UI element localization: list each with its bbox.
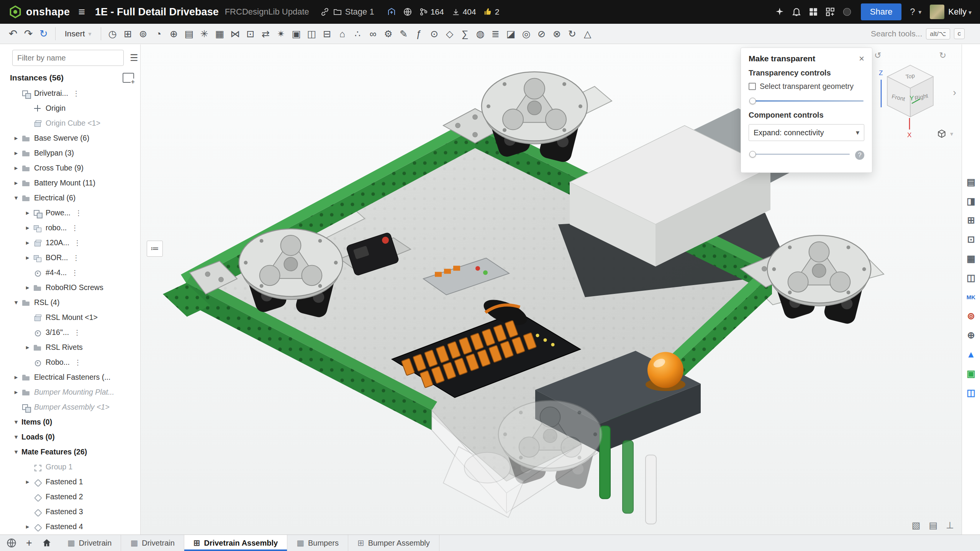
home-tab-button[interactable]: [39, 535, 54, 551]
tree-item[interactable]: #4-4...: [0, 265, 140, 280]
status-circle-icon[interactable]: [842, 7, 852, 17]
ai-assistant-icon[interactable]: [775, 7, 785, 17]
units-icon[interactable]: ⊥: [946, 520, 954, 531]
tree-item[interactable]: Electrical Fasteners (...: [0, 370, 140, 385]
app-blue-icon[interactable]: ▲: [964, 347, 978, 362]
chevron-icon[interactable]: [11, 298, 21, 307]
belt-icon[interactable]: ∞: [365, 26, 381, 42]
motion-icon[interactable]: ↻: [565, 26, 580, 42]
tab-bumper-assembly[interactable]: ⊞ Bumper Assembly: [348, 535, 439, 551]
tree-item[interactable]: Robo...: [0, 355, 140, 370]
list-view-icon[interactable]: ☰: [128, 52, 141, 64]
chevron-icon[interactable]: [11, 388, 21, 396]
slider-knob[interactable]: [749, 98, 756, 104]
bom-icon[interactable]: ≣: [488, 26, 503, 42]
linear-pattern-icon[interactable]: ▤: [182, 26, 197, 42]
chevron-icon[interactable]: [22, 209, 33, 217]
transform-icon[interactable]: ⇄: [258, 26, 274, 42]
expand-mode-dropdown[interactable]: Expand: connectivity: [749, 124, 864, 141]
mkcad-app-icon[interactable]: MK: [964, 290, 978, 304]
tree-item[interactable]: Electrical (6): [0, 190, 140, 205]
undo-button[interactable]: ↶: [5, 26, 21, 42]
app-color-icon[interactable]: ⊚: [964, 309, 978, 323]
mate-relation-icon[interactable]: ⊚: [136, 26, 151, 42]
appearance-icon[interactable]: ◍: [473, 26, 488, 42]
isolate-icon[interactable]: ◎: [519, 26, 534, 42]
update-references-button[interactable]: ↻: [36, 26, 51, 42]
panel-sheet-icon[interactable]: ▦: [964, 251, 978, 266]
tree-item[interactable]: Group 1: [0, 459, 140, 474]
tree-item[interactable]: Battery Mount (11): [0, 175, 140, 190]
chevron-icon[interactable]: [11, 373, 21, 381]
close-icon[interactable]: ×: [859, 54, 864, 63]
chevron-icon[interactable]: [11, 164, 21, 172]
tree-item[interactable]: Powe...: [0, 205, 140, 220]
filter-input[interactable]: [12, 50, 124, 66]
snapshot-icon[interactable]: ◔: [151, 26, 166, 42]
tab-drivetrain-2[interactable]: ▦ Drivetrain: [121, 535, 184, 551]
tree-item[interactable]: 120A...: [0, 235, 140, 250]
help-icon[interactable]: ?: [855, 151, 864, 160]
named-positions-icon[interactable]: ▣: [289, 26, 304, 42]
rotate-ccw-icon[interactable]: ↺: [874, 51, 881, 61]
insert-button[interactable]: Insert: [59, 26, 97, 42]
hole-icon[interactable]: ⊙: [427, 26, 442, 42]
chevron-icon[interactable]: [22, 239, 33, 247]
mate-icon[interactable]: ◷: [105, 26, 120, 42]
view-cube[interactable]: ↺ ↻ ‹ › Top Front Right Z Y X: [864, 50, 956, 146]
transparency-slider[interactable]: [749, 97, 864, 105]
bumper-posts[interactable]: [600, 426, 656, 524]
app-green-icon[interactable]: ▣: [964, 366, 978, 381]
download-count[interactable]: 404: [452, 7, 476, 16]
app-store-icon[interactable]: [825, 7, 835, 17]
hide-icon[interactable]: ⊘: [534, 26, 549, 42]
chevron-icon[interactable]: [22, 523, 33, 531]
branch-count[interactable]: 164: [420, 7, 444, 16]
tree-item[interactable]: BOR...: [0, 250, 140, 265]
chevron-icon[interactable]: [11, 149, 21, 157]
replicate-icon[interactable]: ⊡: [243, 26, 258, 42]
add-instance-icon[interactable]: [123, 73, 134, 83]
sketch-icon[interactable]: ✎: [396, 26, 411, 42]
chevron-icon[interactable]: [22, 224, 33, 232]
view-menu[interactable]: [937, 129, 953, 139]
chevron-icon[interactable]: [22, 284, 33, 292]
chevron-icon[interactable]: [11, 134, 21, 142]
tree-item[interactable]: Fastened 1: [0, 474, 140, 489]
gear-icon[interactable]: ⚙: [381, 26, 396, 42]
learning-center-icon[interactable]: [808, 7, 818, 17]
tree-item[interactable]: Mate Features (26): [0, 444, 140, 459]
mass-properties-icon[interactable]: ∑: [457, 26, 473, 42]
tree-item[interactable]: Bellypan (3): [0, 146, 140, 161]
share-button[interactable]: Share: [861, 3, 902, 20]
swerve-module-right[interactable]: [767, 235, 871, 325]
group-icon[interactable]: ⊞: [120, 26, 136, 42]
tree-item[interactable]: RoboRIO Screws: [0, 280, 140, 295]
redo-button[interactable]: ↷: [21, 26, 36, 42]
app-split-icon[interactable]: ◫: [964, 385, 978, 400]
rotate-cw-icon[interactable]: ↻: [939, 51, 946, 61]
chevron-icon[interactable]: [11, 194, 21, 202]
tab-bumpers[interactable]: ▦ Bumpers: [287, 535, 348, 551]
app-parts-icon[interactable]: ⊕: [964, 328, 978, 343]
tree-item[interactable]: 3/16"...: [0, 325, 140, 340]
fastened-icon[interactable]: ⊕: [166, 26, 182, 42]
onshape-logo[interactable]: onshape: [8, 5, 70, 19]
tree-item[interactable]: Cross Tube (9): [0, 161, 140, 175]
tree-item[interactable]: Origin: [0, 101, 140, 116]
link-icon[interactable]: [320, 7, 329, 16]
component-slider[interactable]: [749, 150, 850, 159]
panel-config-icon[interactable]: ◨: [964, 194, 978, 208]
chevron-icon[interactable]: [11, 179, 21, 187]
globe-icon[interactable]: [403, 7, 412, 16]
tree-item[interactable]: Bumper Assembly <1>: [0, 400, 140, 415]
chevron-icon[interactable]: [11, 433, 21, 441]
hamburger-menu-icon[interactable]: ≡: [79, 5, 85, 18]
user-menu[interactable]: Kelly: [948, 7, 972, 17]
drawing-sheet-icon[interactable]: ▤: [929, 520, 937, 531]
mirror-icon[interactable]: ⋈: [228, 26, 243, 42]
tree-item[interactable]: Drivetrai...: [0, 86, 140, 101]
slider-knob[interactable]: [749, 151, 756, 157]
stage-folder[interactable]: Stage 1: [333, 7, 374, 17]
chevron-icon[interactable]: [22, 343, 33, 351]
